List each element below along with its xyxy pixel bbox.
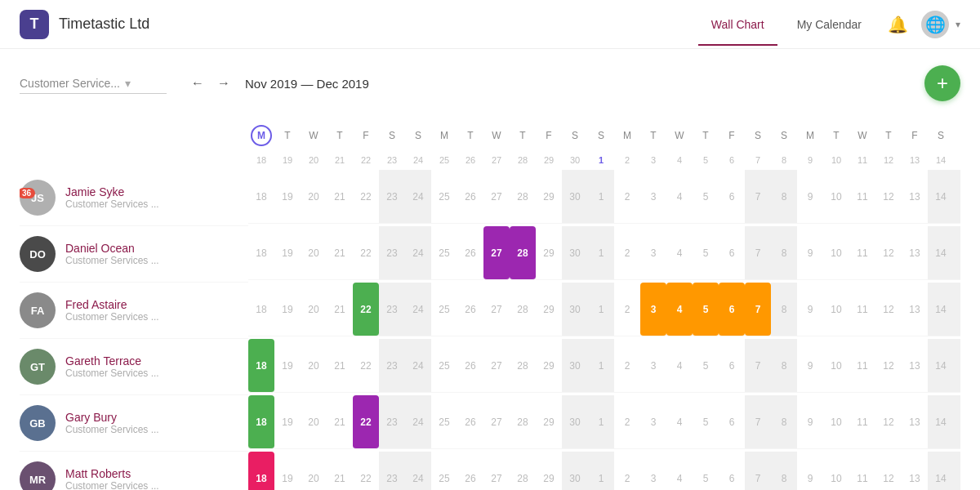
day-cell-gary-bury-1[interactable]: 19	[274, 395, 301, 449]
day-cell-fred-astaire-27[interactable]: 15	[954, 283, 960, 336]
day-cell-fred-astaire-4[interactable]: 22	[353, 283, 379, 336]
day-cell-gareth-terrace-18[interactable]: 6	[719, 339, 745, 393]
day-cell-gary-bury-10[interactable]: 28	[510, 395, 536, 449]
day-cell-gareth-terrace-8[interactable]: 26	[457, 339, 483, 393]
day-cell-matt-roberts-3[interactable]: 21	[327, 452, 353, 490]
day-cell-gareth-terrace-21[interactable]: 9	[797, 339, 823, 393]
day-cell-fred-astaire-21[interactable]: 9	[797, 283, 823, 336]
day-cell-matt-roberts-4[interactable]: 22	[353, 452, 379, 490]
day-cell-gareth-terrace-26[interactable]: 14	[928, 339, 954, 393]
day-cell-jamie-syke-7[interactable]: 25	[431, 170, 457, 224]
day-cell-matt-roberts-8[interactable]: 26	[457, 452, 483, 490]
day-cell-fred-astaire-0[interactable]: 18	[248, 283, 274, 336]
day-cell-gareth-terrace-4[interactable]: 22	[353, 339, 379, 393]
day-cell-gary-bury-25[interactable]: 13	[902, 395, 928, 449]
day-cell-daniel-ocean-8[interactable]: 26	[457, 226, 483, 280]
day-cell-matt-roberts-5[interactable]: 23	[379, 452, 405, 490]
day-cell-matt-roberts-1[interactable]: 19	[274, 452, 301, 490]
day-cell-fred-astaire-9[interactable]: 27	[483, 283, 510, 336]
day-cell-matt-roberts-26[interactable]: 14	[928, 452, 954, 490]
day-cell-fred-astaire-7[interactable]: 25	[431, 283, 457, 336]
day-cell-fred-astaire-5[interactable]: 23	[379, 283, 405, 336]
next-arrow[interactable]: →	[212, 72, 235, 95]
day-cell-daniel-ocean-13[interactable]: 1	[588, 226, 614, 280]
day-cell-jamie-syke-0[interactable]: 18	[248, 170, 274, 224]
day-cell-gary-bury-12[interactable]: 30	[562, 395, 588, 449]
day-cell-fred-astaire-19[interactable]: 7	[745, 283, 771, 336]
day-cell-gary-bury-11[interactable]: 29	[536, 395, 562, 449]
day-cell-gary-bury-14[interactable]: 2	[614, 395, 640, 449]
day-cell-daniel-ocean-2[interactable]: 20	[301, 226, 327, 280]
day-cell-daniel-ocean-7[interactable]: 25	[431, 226, 457, 280]
person-name-gary-bury[interactable]: Gary Bury	[65, 411, 159, 424]
day-cell-jamie-syke-12[interactable]: 30	[562, 170, 588, 224]
day-cell-matt-roberts-18[interactable]: 6	[719, 452, 745, 490]
day-cell-matt-roberts-2[interactable]: 20	[301, 452, 327, 490]
day-cell-matt-roberts-10[interactable]: 28	[510, 452, 536, 490]
day-cell-fred-astaire-26[interactable]: 14	[928, 283, 954, 336]
day-cell-gareth-terrace-24[interactable]: 12	[875, 339, 902, 393]
day-cell-matt-roberts-20[interactable]: 8	[771, 452, 797, 490]
day-cell-gareth-terrace-5[interactable]: 23	[379, 339, 405, 393]
user-avatar[interactable]: 🌐	[921, 11, 949, 38]
day-cell-jamie-syke-5[interactable]: 23	[379, 170, 405, 224]
day-cell-gareth-terrace-19[interactable]: 7	[745, 339, 771, 393]
day-cell-daniel-ocean-11[interactable]: 29	[536, 226, 562, 280]
day-cell-daniel-ocean-18[interactable]: 6	[719, 226, 745, 280]
day-cell-gareth-terrace-23[interactable]: 11	[849, 339, 875, 393]
day-cell-daniel-ocean-27[interactable]: 15	[954, 226, 960, 280]
day-cell-matt-roberts-23[interactable]: 11	[849, 452, 875, 490]
day-cell-fred-astaire-1[interactable]: 19	[274, 283, 301, 336]
day-cell-matt-roberts-6[interactable]: 24	[405, 452, 431, 490]
day-cell-gary-bury-24[interactable]: 12	[875, 395, 902, 449]
day-cell-jamie-syke-23[interactable]: 11	[849, 170, 875, 224]
day-cell-gareth-terrace-7[interactable]: 25	[431, 339, 457, 393]
day-cell-daniel-ocean-24[interactable]: 12	[875, 226, 902, 280]
day-cell-gary-bury-23[interactable]: 11	[849, 395, 875, 449]
day-cell-fred-astaire-16[interactable]: 4	[666, 283, 693, 336]
day-cell-matt-roberts-13[interactable]: 1	[588, 452, 614, 490]
day-cell-daniel-ocean-26[interactable]: 14	[928, 226, 954, 280]
nav-my-calendar[interactable]: My Calendar	[784, 11, 875, 38]
day-cell-fred-astaire-14[interactable]: 2	[614, 283, 640, 336]
day-cell-jamie-syke-17[interactable]: 5	[693, 170, 719, 224]
day-cell-matt-roberts-24[interactable]: 12	[875, 452, 902, 490]
day-cell-matt-roberts-12[interactable]: 30	[562, 452, 588, 490]
day-cell-daniel-ocean-23[interactable]: 11	[849, 226, 875, 280]
day-cell-jamie-syke-26[interactable]: 14	[928, 170, 954, 224]
day-cell-matt-roberts-16[interactable]: 4	[666, 452, 693, 490]
day-cell-gary-bury-5[interactable]: 23	[379, 395, 405, 449]
day-cell-fred-astaire-12[interactable]: 30	[562, 283, 588, 336]
day-cell-gary-bury-3[interactable]: 21	[327, 395, 353, 449]
day-cell-gareth-terrace-27[interactable]: 15	[954, 339, 960, 393]
day-cell-matt-roberts-0[interactable]: 18	[248, 452, 274, 490]
day-cell-fred-astaire-15[interactable]: 3	[640, 283, 666, 336]
day-cell-gary-bury-16[interactable]: 4	[666, 395, 693, 449]
day-cell-gareth-terrace-2[interactable]: 20	[301, 339, 327, 393]
day-cell-jamie-syke-21[interactable]: 9	[797, 170, 823, 224]
day-cell-gary-bury-13[interactable]: 1	[588, 395, 614, 449]
day-cell-gareth-terrace-11[interactable]: 29	[536, 339, 562, 393]
day-cell-gary-bury-18[interactable]: 6	[719, 395, 745, 449]
day-cell-daniel-ocean-17[interactable]: 5	[693, 226, 719, 280]
day-cell-gary-bury-4[interactable]: 22	[353, 395, 379, 449]
day-cell-jamie-syke-19[interactable]: 7	[745, 170, 771, 224]
day-cell-fred-astaire-13[interactable]: 1	[588, 283, 614, 336]
day-cell-fred-astaire-2[interactable]: 20	[301, 283, 327, 336]
day-cell-jamie-syke-8[interactable]: 26	[457, 170, 483, 224]
day-cell-daniel-ocean-0[interactable]: 18	[248, 226, 274, 280]
day-cell-matt-roberts-21[interactable]: 9	[797, 452, 823, 490]
day-cell-gary-bury-19[interactable]: 7	[745, 395, 771, 449]
person-name-matt-roberts[interactable]: Matt Roberts	[65, 467, 159, 480]
day-cell-gareth-terrace-9[interactable]: 27	[483, 339, 510, 393]
day-cell-daniel-ocean-25[interactable]: 13	[902, 226, 928, 280]
day-cell-gareth-terrace-10[interactable]: 28	[510, 339, 536, 393]
day-cell-jamie-syke-15[interactable]: 3	[640, 170, 666, 224]
day-cell-daniel-ocean-16[interactable]: 4	[666, 226, 693, 280]
day-cell-matt-roberts-7[interactable]: 25	[431, 452, 457, 490]
day-cell-gareth-terrace-15[interactable]: 3	[640, 339, 666, 393]
day-cell-gareth-terrace-0[interactable]: 18	[248, 339, 274, 393]
dept-dropdown[interactable]: Customer Service... ▾	[20, 74, 167, 94]
day-cell-daniel-ocean-19[interactable]: 7	[745, 226, 771, 280]
day-cell-jamie-syke-6[interactable]: 24	[405, 170, 431, 224]
